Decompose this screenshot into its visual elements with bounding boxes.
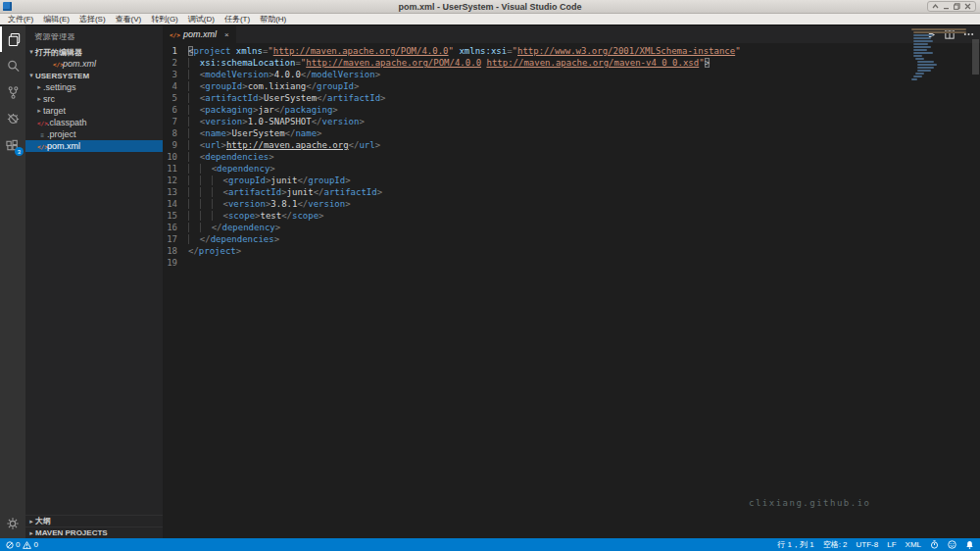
maximize-button[interactable] bbox=[953, 2, 961, 11]
code-line[interactable]: 9 <url>http://maven.apache.org</url> bbox=[163, 139, 980, 151]
settings-gear-icon[interactable] bbox=[0, 511, 25, 536]
code-line[interactable]: 18</project> bbox=[163, 245, 980, 257]
sidebar-section-1[interactable]: ▸MAVEN PROJECTS bbox=[25, 526, 163, 538]
status-item-4[interactable]: XML bbox=[906, 540, 921, 549]
code-line[interactable]: 14 <version>3.8.1</version> bbox=[163, 198, 980, 210]
explorer-sidebar: 资源管理器 ▾ 打开的编辑器 </>pom.xml ▾ USERSYSTEM ▸… bbox=[25, 25, 163, 538]
code-line[interactable]: 6 <packaging>jar</packaging> bbox=[163, 104, 980, 116]
code-line[interactable]: 11 <dependency> bbox=[163, 163, 980, 175]
menu-item-6[interactable]: 任务(T) bbox=[220, 14, 255, 25]
sidebar-item-settings[interactable]: ▸.settings bbox=[25, 81, 163, 93]
extensions-badge: 3 bbox=[15, 147, 24, 156]
explorer-icon[interactable] bbox=[0, 26, 25, 52]
editor-tab-bar: </> pom.xml × bbox=[163, 25, 980, 43]
sidebar-section-0[interactable]: ▸大纲 bbox=[25, 515, 163, 526]
chevron-down-icon: ▾ bbox=[27, 48, 35, 56]
code-line[interactable]: 12 <groupId>junit</groupId> bbox=[163, 175, 980, 186]
line-number: 8 bbox=[163, 127, 188, 139]
project-file-icon: ≡ bbox=[37, 131, 47, 138]
open-editors-list: </>pom.xml bbox=[25, 58, 163, 70]
line-number: 5 bbox=[163, 92, 188, 104]
status-item-1[interactable]: 空格: 2 bbox=[823, 539, 848, 550]
sidebar-item-src[interactable]: ▸src bbox=[25, 93, 163, 105]
menu-item-1[interactable]: 编辑(E) bbox=[38, 14, 74, 25]
xml-file-icon: </> bbox=[37, 143, 47, 150]
code-line[interactable]: 19 bbox=[163, 257, 980, 269]
line-number: 12 bbox=[163, 175, 188, 186]
status-item-2[interactable]: UTF-8 bbox=[857, 540, 879, 549]
menu-item-5[interactable]: 调试(D) bbox=[183, 14, 220, 25]
problems-errors[interactable]: 0 bbox=[6, 540, 20, 549]
close-button[interactable] bbox=[963, 2, 972, 11]
window-controls bbox=[927, 1, 976, 12]
minimap[interactable] bbox=[911, 28, 968, 84]
chevron-right-icon: ▸ bbox=[27, 529, 35, 537]
status-item-3[interactable]: LF bbox=[887, 540, 896, 549]
code-line[interactable]: 17 </dependencies> bbox=[163, 233, 980, 245]
menu-item-0[interactable]: 文件(F) bbox=[3, 14, 38, 25]
code-line[interactable]: 3 <modelVersion>4.0.0</modelVersion> bbox=[163, 69, 980, 80]
menu-item-4[interactable]: 转到(G) bbox=[146, 14, 183, 25]
chevron-right-icon: ▸ bbox=[35, 95, 43, 103]
status-bar: 0 0 行 1，列 1空格: 2UTF-8LFXML bbox=[0, 538, 980, 551]
extensions-icon[interactable]: 3 bbox=[0, 132, 25, 158]
line-number: 1 bbox=[163, 45, 188, 57]
editor-pane: </> pom.xml × 1<project xmlns="http://ma… bbox=[163, 25, 980, 538]
code-line[interactable]: 5 <artifactId>UserSystem</artifactId> bbox=[163, 92, 980, 104]
line-number: 10 bbox=[163, 151, 188, 163]
search-icon[interactable] bbox=[0, 53, 25, 78]
rollup-button[interactable] bbox=[931, 2, 940, 11]
menu-item-3[interactable]: 查看(V) bbox=[111, 14, 147, 25]
line-number: 13 bbox=[163, 186, 188, 198]
xml-file-icon: </> bbox=[170, 31, 179, 38]
sidebar-item-pom-xml[interactable]: </>pom.xml bbox=[25, 140, 163, 152]
chevron-right-icon: ▸ bbox=[27, 518, 35, 526]
tab-close-icon[interactable]: × bbox=[224, 30, 229, 39]
window-title: pom.xml - UserSystem - Visual Studio Cod… bbox=[0, 0, 980, 14]
code-line[interactable]: 7 <version>1.0-SNAPSHOT</version> bbox=[163, 116, 980, 127]
minimize-button[interactable] bbox=[942, 2, 951, 11]
line-number: 7 bbox=[163, 116, 188, 127]
code-line[interactable]: 15 <scope>test</scope> bbox=[163, 210, 980, 222]
tab-label: pom.xml bbox=[183, 29, 217, 39]
code-line[interactable]: 4 <groupId>com.lixiang</groupId> bbox=[163, 80, 980, 92]
line-number: 11 bbox=[163, 163, 188, 175]
line-number: 6 bbox=[163, 104, 188, 116]
warning-icon bbox=[23, 541, 31, 549]
line-number: 4 bbox=[163, 80, 188, 92]
line-number: 14 bbox=[163, 198, 188, 210]
editor-scrollbar[interactable] bbox=[972, 39, 979, 75]
error-icon bbox=[6, 541, 14, 549]
project-root-section[interactable]: ▾ USERSYSTEM bbox=[25, 70, 163, 81]
tab-pom-xml[interactable]: </> pom.xml × bbox=[163, 25, 236, 43]
open-editor-item[interactable]: </>pom.xml bbox=[25, 58, 163, 70]
notifications-bell-icon[interactable] bbox=[965, 540, 974, 549]
window-titlebar: pom.xml - UserSystem - Visual Studio Cod… bbox=[0, 0, 980, 14]
sidebar-item-classpath[interactable]: </>.classpath bbox=[25, 117, 163, 128]
line-number: 2 bbox=[163, 57, 188, 69]
sidebar-item-target[interactable]: ▸target bbox=[25, 105, 163, 117]
code-line[interactable]: 13 <artifactId>junit</artifactId> bbox=[163, 186, 980, 198]
debug-icon[interactable] bbox=[0, 106, 25, 131]
line-number: 15 bbox=[163, 210, 188, 222]
status-item-0[interactable]: 行 1，列 1 bbox=[777, 539, 813, 550]
code-line[interactable]: 8 <name>UserSystem</name> bbox=[163, 127, 980, 139]
sidebar-bottom-sections: ▸大纲▸MAVEN PROJECTS bbox=[25, 515, 163, 538]
code-line[interactable]: 1<project xmlns="http://maven.apache.org… bbox=[163, 45, 980, 57]
code-line[interactable]: 2 xsi:schemaLocation="http://maven.apach… bbox=[163, 57, 980, 69]
stopwatch-icon[interactable] bbox=[930, 540, 939, 549]
source-control-icon[interactable] bbox=[0, 79, 25, 105]
code-line[interactable]: 16 </dependency> bbox=[163, 222, 980, 233]
problems-warnings[interactable]: 0 bbox=[23, 540, 37, 549]
open-editors-section[interactable]: ▾ 打开的编辑器 bbox=[25, 46, 163, 58]
code-editor[interactable]: 1<project xmlns="http://maven.apache.org… bbox=[163, 43, 980, 538]
menu-bar: 文件(F)编辑(E)选择(S)查看(V)转到(G)调试(D)任务(T)帮助(H) bbox=[0, 14, 980, 25]
code-line[interactable]: 10 <dependencies> bbox=[163, 151, 980, 163]
menu-item-7[interactable]: 帮助(H) bbox=[255, 14, 291, 25]
chevron-right-icon: ▸ bbox=[35, 83, 43, 91]
menu-item-2[interactable]: 选择(S) bbox=[74, 14, 111, 25]
sidebar-item-project[interactable]: ≡.project bbox=[25, 128, 163, 140]
chevron-down-icon: ▾ bbox=[27, 72, 35, 79]
activity-bar: 3 bbox=[0, 25, 25, 538]
feedback-smiley-icon[interactable] bbox=[948, 540, 956, 549]
